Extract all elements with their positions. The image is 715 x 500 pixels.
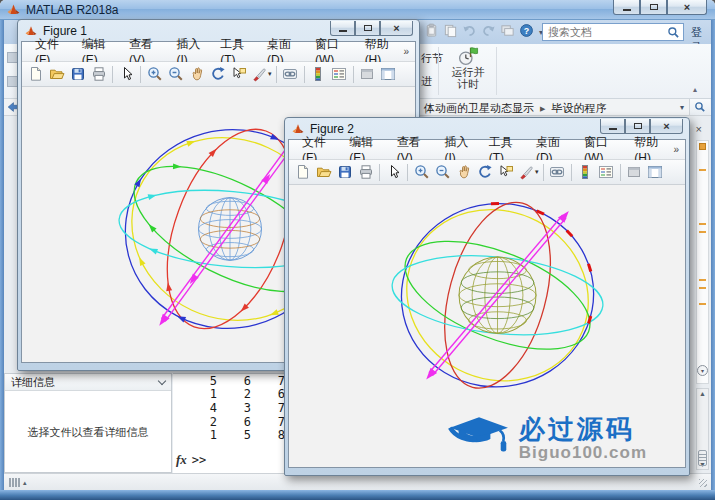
show-plot-tools-button[interactable]: [645, 162, 666, 183]
legend-button[interactable]: [596, 162, 617, 183]
open-file-button[interactable]: [46, 64, 67, 85]
matlab-logo-icon: [24, 25, 38, 37]
code-warning-tick[interactable]: [699, 231, 706, 233]
zoom-out-button[interactable]: [165, 64, 186, 85]
copy-icon: [443, 23, 459, 39]
figure2-minimize-button[interactable]: [600, 119, 625, 134]
edit-arrow-button[interactable]: [383, 162, 404, 183]
hide-plot-tools-button[interactable]: [357, 64, 378, 85]
search-input[interactable]: [546, 25, 667, 39]
undo-icon: [462, 23, 478, 39]
chevron-down-icon[interactable]: [158, 376, 166, 384]
doc-search-box[interactable]: [542, 23, 684, 41]
figure1-close-button[interactable]: ×: [380, 21, 413, 36]
menu-overflow-icon[interactable]: »: [673, 144, 681, 155]
zoom-in-icon: [414, 164, 430, 180]
graduation-cap-icon: [446, 415, 510, 461]
pan-button[interactable]: [453, 162, 474, 183]
zoom-out-button[interactable]: [432, 162, 453, 183]
pan-button[interactable]: [186, 64, 207, 85]
print-figure-button[interactable]: [355, 162, 376, 183]
figure2-axes[interactable]: 必过源码 Biguo100.com: [289, 185, 685, 467]
code-analyzer-indicator[interactable]: [699, 143, 706, 150]
zoom-in-button[interactable]: [144, 64, 165, 85]
data-cursor-icon: [231, 66, 247, 82]
colorbar-button[interactable]: [575, 162, 596, 183]
command-window[interactable]: 567126437267158 fx >>: [173, 373, 294, 473]
brush-button[interactable]: [249, 64, 270, 85]
figure2-maximize-button[interactable]: [625, 119, 650, 134]
copy-button[interactable]: [443, 23, 459, 42]
rotate3d-button[interactable]: [474, 162, 495, 183]
code-warning-tick[interactable]: [699, 303, 706, 305]
figure2-close-button[interactable]: ×: [650, 119, 683, 134]
open-file-button[interactable]: [313, 162, 334, 183]
code-warning-tick[interactable]: [699, 279, 706, 281]
open-file-icon: [49, 66, 65, 82]
main-close-button[interactable]: ×: [667, 0, 707, 15]
search-icon[interactable]: [667, 26, 680, 39]
edit-arrow-button[interactable]: [116, 64, 137, 85]
zoom-in-button[interactable]: [411, 162, 432, 183]
toolbar-separator: [304, 66, 305, 83]
main-minimize-button[interactable]: [613, 0, 640, 15]
brush-dropdown-icon[interactable]: ▾: [268, 70, 272, 78]
new-figure-button[interactable]: [292, 162, 313, 183]
main-maximize-button[interactable]: [640, 0, 667, 15]
resize-grip[interactable]: [699, 479, 707, 487]
paste-button[interactable]: [424, 23, 440, 42]
activity-bars-icon[interactable]: ▴: [9, 478, 27, 487]
new-figure-button[interactable]: [25, 64, 46, 85]
breadcrumb-dropdown-icon[interactable]: ▾: [680, 103, 684, 112]
command-prompt[interactable]: fx >>: [176, 452, 206, 468]
message-indicator-icon[interactable]: ▾: [697, 365, 708, 376]
colorbar-button[interactable]: [308, 64, 329, 85]
print-figure-button[interactable]: [88, 64, 109, 85]
hide-plot-tools-icon: [359, 66, 375, 82]
scrollbar-track[interactable]: [697, 398, 708, 460]
link-plot-icon: [549, 164, 565, 180]
help-button[interactable]: ?: [519, 23, 535, 42]
code-warning-tick[interactable]: [699, 223, 706, 225]
breadcrumb-current[interactable]: 毕设的程序: [551, 101, 606, 116]
show-plot-tools-button[interactable]: [378, 64, 399, 85]
redo-button[interactable]: [481, 23, 497, 42]
breadcrumb-separator-icon: ▶: [540, 105, 545, 113]
figure2-window[interactable]: Figure 2 × 文件(F)编辑(E)查看(V)插入(I)工具(T)桌面(D…: [284, 117, 690, 476]
save-figure-icon: [337, 164, 353, 180]
link-plot-button[interactable]: [547, 162, 568, 183]
toolstrip-collapse-icon[interactable]: ▴: [693, 85, 697, 94]
window-border: [0, 490, 715, 500]
breadcrumb-search-button[interactable]: [689, 99, 710, 115]
prompt-chevrons: >>: [192, 453, 206, 467]
save-figure-button[interactable]: [67, 64, 88, 85]
command-output-row: 567: [173, 374, 294, 388]
undo-button[interactable]: [462, 23, 478, 42]
figure1-minimize-button[interactable]: [330, 21, 355, 36]
figure1-maximize-button[interactable]: [355, 21, 380, 36]
brush-button[interactable]: [516, 162, 537, 183]
code-analyzer-strip: [696, 140, 709, 384]
breadcrumb-parent[interactable]: 体动画的卫星动态显示: [424, 101, 534, 116]
code-warning-tick[interactable]: [699, 287, 706, 289]
main-window-titlebar[interactable]: MATLAB R2018a ×: [0, 0, 715, 20]
brush-dropdown-icon[interactable]: ▾: [535, 168, 539, 176]
legend-button[interactable]: [329, 64, 350, 85]
hide-plot-tools-button[interactable]: [624, 162, 645, 183]
run-and-time-button[interactable]: 运行并 计时: [443, 46, 493, 97]
menu-overflow-icon[interactable]: »: [403, 46, 411, 57]
code-warning-tick[interactable]: [699, 169, 706, 171]
editor-scrollbar[interactable]: ▲ ▼: [696, 388, 709, 470]
save-figure-button[interactable]: [334, 162, 355, 183]
zoom-out-icon: [168, 66, 184, 82]
editor-tab-close-icon[interactable]: ×: [696, 124, 702, 135]
switch-window-button[interactable]: [500, 23, 516, 42]
link-plot-button[interactable]: [280, 64, 301, 85]
data-cursor-button[interactable]: [228, 64, 249, 85]
details-panel-header[interactable]: 详细信息: [5, 374, 171, 391]
rotate3d-button[interactable]: [207, 64, 228, 85]
data-cursor-button[interactable]: [495, 162, 516, 183]
print-figure-icon: [91, 66, 107, 82]
scrollbar-thumb[interactable]: [698, 450, 707, 466]
scroll-up-icon[interactable]: ▲: [699, 389, 706, 398]
